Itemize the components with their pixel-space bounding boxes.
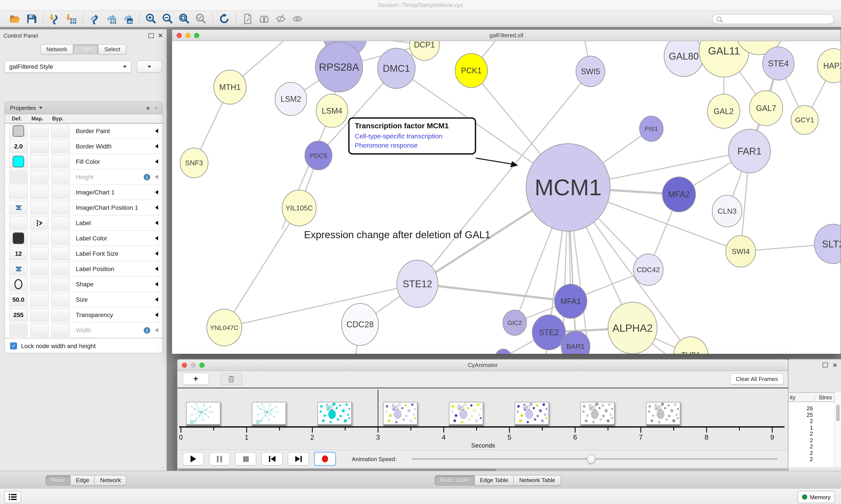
bypass-cell[interactable] (51, 186, 70, 199)
bypass-cell[interactable] (51, 124, 70, 138)
default-value-cell[interactable] (9, 324, 28, 337)
tab-network[interactable]: Network (40, 44, 73, 54)
expand-row-icon[interactable] (155, 175, 158, 179)
table-cell[interactable]: 2 (788, 456, 813, 463)
frame-thumbnail-7[interactable] (646, 402, 680, 426)
expand-row-icon[interactable] (155, 205, 158, 210)
node-alpha2[interactable]: ALPHA2 (608, 302, 657, 354)
edge[interactable] (224, 208, 299, 327)
memory-button[interactable]: Memory (798, 491, 835, 503)
default-value-cell[interactable] (9, 186, 28, 199)
bypass-cell[interactable] (51, 308, 70, 321)
bypass-cell[interactable] (51, 170, 70, 183)
property-row-label-position[interactable]: Label Position (5, 262, 162, 277)
mapping-cell[interactable] (30, 124, 49, 138)
node-ste2[interactable]: STE2 (532, 315, 566, 350)
bypass-cell[interactable] (51, 140, 70, 153)
minimize-window-icon[interactable] (191, 362, 196, 367)
property-row-size[interactable]: 50.0Size (5, 292, 162, 307)
mapping-cell[interactable] (30, 170, 49, 183)
timeline[interactable]: 0123456789Seconds (177, 388, 788, 450)
info-icon[interactable]: i (144, 174, 150, 180)
stop-button[interactable] (235, 452, 256, 466)
expand-row-icon[interactable] (155, 236, 158, 240)
node-cln3[interactable]: CLN3 (712, 195, 742, 227)
zoom-fit-icon[interactable] (179, 13, 190, 24)
expand-row-icon[interactable] (155, 328, 158, 332)
mapping-cell[interactable] (30, 308, 49, 321)
property-row-fill-color[interactable]: Fill Color (5, 154, 162, 169)
bypass-cell[interactable] (51, 201, 70, 214)
refresh-view-icon[interactable] (219, 13, 230, 24)
expand-row-icon[interactable] (155, 144, 158, 148)
cyanimator-titlebar[interactable]: CyAnimator (177, 360, 788, 371)
share-document-icon[interactable] (242, 13, 253, 24)
network-window-titlebar[interactable]: galFiltered.sif (172, 30, 841, 41)
bypass-cell[interactable] (51, 262, 70, 275)
property-row-label-font-size[interactable]: 12Label Font Size (5, 246, 162, 262)
tab-style[interactable]: Style (73, 44, 99, 54)
node-slt2[interactable]: SLT2 (814, 224, 841, 264)
import-table-icon[interactable] (66, 13, 77, 24)
property-row-label[interactable]: Label (5, 215, 162, 231)
property-row-width[interactable]: Widthi (5, 323, 162, 338)
save-session-icon[interactable] (26, 13, 37, 24)
expand-row-icon[interactable] (155, 129, 158, 133)
close-panel-icon[interactable]: ✕ (833, 363, 838, 367)
table-column-header[interactable]: Stres (815, 394, 832, 400)
bypass-cell[interactable] (51, 232, 70, 245)
zoom-in-icon[interactable] (145, 13, 157, 24)
node-cdc28[interactable]: CDC28 (342, 303, 378, 345)
frame-thumbnail-6[interactable] (580, 402, 614, 426)
default-value-cell[interactable] (9, 155, 28, 168)
node-lsm4[interactable]: LSM4 (316, 94, 348, 127)
frame-thumbnail-2[interactable] (318, 402, 352, 426)
mapping-cell[interactable] (30, 277, 49, 291)
zoom-window-icon[interactable] (199, 362, 204, 367)
task-history-button[interactable] (4, 491, 21, 503)
expand-all-icon[interactable]: » (146, 106, 151, 110)
node-mcm1[interactable]: MCM1 (526, 144, 610, 231)
mapping-cell[interactable] (30, 232, 49, 245)
annotation-box[interactable]: Transcription factor MCM1 Cell-type-spec… (348, 118, 476, 155)
property-row-height[interactable]: Heighti (5, 169, 162, 185)
frame-thumbnail-4[interactable] (449, 402, 483, 426)
play-button[interactable] (183, 452, 204, 466)
node-ste4[interactable]: STE4 (763, 47, 794, 80)
default-value-cell[interactable]: 255 (9, 308, 28, 321)
add-frame-button[interactable]: + (183, 373, 209, 385)
default-value-cell[interactable] (9, 216, 28, 230)
node-far1[interactable]: FAR1 (729, 129, 770, 173)
node-swi4[interactable]: SWI4 (726, 236, 756, 267)
mapping-cell[interactable] (30, 262, 49, 275)
edge[interactable] (224, 284, 417, 327)
network-caption[interactable]: Expression change after deletion of GAL1 (304, 229, 490, 241)
table-tab-edge-table[interactable]: Edge Table (475, 475, 514, 486)
network-canvas[interactable]: DCP1RPS28ADMC1PCK1SWI5GAL80GAL11STE4HAP2… (172, 41, 841, 354)
hide-labels-icon[interactable] (275, 13, 286, 24)
frame-thumbnail-1[interactable] (252, 402, 286, 426)
bypass-cell[interactable] (51, 216, 70, 230)
table-cell[interactable]: 2 (788, 431, 813, 437)
zoom-window-icon[interactable] (194, 33, 199, 38)
node-gic2[interactable]: GIC2 (503, 310, 526, 336)
edge[interactable] (417, 284, 571, 301)
open-session-icon[interactable] (9, 13, 21, 24)
frame-thumbnail-0[interactable] (186, 402, 220, 426)
export-network-icon[interactable] (89, 13, 100, 24)
table-cell[interactable]: 25 (788, 412, 813, 418)
export-table-icon[interactable] (106, 13, 117, 24)
table-scrollbar[interactable] (835, 392, 841, 467)
export-image-icon[interactable] (122, 13, 133, 24)
property-row-transparency[interactable]: 255Transparency (5, 307, 162, 323)
property-row-border-width[interactable]: 2.0Border Width (5, 139, 162, 154)
node-yil105c[interactable]: YIL105C (282, 190, 316, 226)
node-ynl047c[interactable]: YNL047C (207, 309, 242, 346)
zoom-selected-icon[interactable] (195, 13, 207, 24)
table-cell[interactable]: 2 (788, 418, 813, 425)
style-options-button[interactable] (137, 60, 162, 73)
tab-select[interactable]: Select (98, 44, 126, 54)
node-ste12[interactable]: STE12 (397, 260, 438, 307)
node-lsm2[interactable]: LSM2 (275, 82, 307, 115)
zoom-out-icon[interactable] (162, 13, 174, 24)
